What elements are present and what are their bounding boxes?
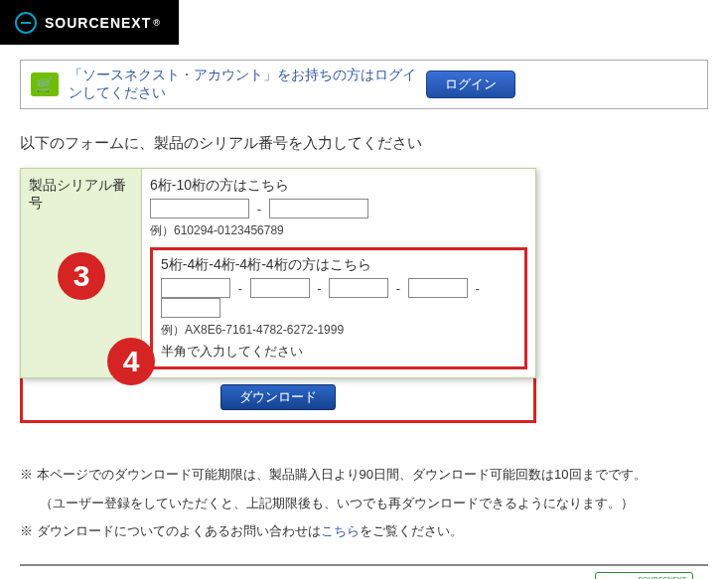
highlight-box-3: 5桁-4桁-4桁-4桁-4桁の方はこちら - - - - 例） <box>150 247 527 369</box>
section1-title: 6桁-10桁の方はこちら <box>150 177 527 195</box>
brand-name: SOURCENEXT <box>45 15 151 31</box>
serial-input-cell: 6桁-10桁の方はこちら - 例）610294-0123456789 5桁-4桁… <box>142 169 536 378</box>
privacy-badge[interactable]: 🔑 SOURCENEXT プライバシー・ ステートメント <box>595 572 693 579</box>
brand-logo: SOURCENEXT ® <box>15 12 161 34</box>
note-line-1b: （ユーザー登録をしていただくと、上記期限後も、いつでも再ダウンロードできるように… <box>20 492 708 516</box>
step-marker-3: 3 <box>58 252 105 300</box>
brand-suffix: ® <box>153 18 161 28</box>
serial-part-a[interactable] <box>150 199 249 218</box>
section1-example: 例）610294-0123456789 <box>150 222 527 239</box>
login-bar: 🛒 「ソースネクスト・アカウント」をお持ちの方はログインしてください ログイン <box>20 60 708 109</box>
serial2-part-5[interactable] <box>161 298 220 318</box>
note-line-2: ※ ダウンロードについてのよくあるお問い合わせはこちらをご覧ください。 <box>20 519 708 544</box>
serial2-part-3[interactable] <box>329 278 388 298</box>
logo-icon <box>15 12 37 34</box>
section2-example: 例）AX8E6-7161-4782-6272-1999 <box>161 322 516 339</box>
download-row: ダウンロード <box>20 378 536 423</box>
serial-5-4x4-row: - - - - <box>161 278 516 318</box>
serial2-part-4[interactable] <box>408 278 468 298</box>
serial-part-b[interactable] <box>269 199 368 218</box>
login-message: 「ソースネクスト・アカウント」をお持ちの方はログインしてください <box>69 67 426 102</box>
login-button[interactable]: ログイン <box>426 71 515 98</box>
section2-note: 半角で入力してください <box>161 343 516 361</box>
serial2-part-2[interactable] <box>250 278 310 298</box>
section2-title: 5桁-4桁-4桁-4桁-4桁の方はこちら <box>161 256 516 274</box>
separator: - <box>257 202 261 217</box>
header: SOURCENEXT ® <box>0 0 179 45</box>
serial2-part-1[interactable] <box>161 278 230 298</box>
faq-link[interactable]: こちら <box>321 523 360 538</box>
intro-text: 以下のフォームに、製品のシリアル番号を入力してください <box>20 134 708 153</box>
note-line-1a: ※ 本ページでのダウンロード可能期限は、製品購入日より90日間、ダウンロード可能… <box>20 463 708 488</box>
download-button[interactable]: ダウンロード <box>220 384 336 410</box>
serial-6-10-row: - <box>150 199 527 218</box>
footer: Copyright (C) SOURCENEXT CORPORATION All… <box>20 564 708 579</box>
notes: ※ 本ページでのダウンロード可能期限は、製品購入日より90日間、ダウンロード可能… <box>20 463 708 544</box>
cart-icon: 🛒 <box>31 72 59 96</box>
step-marker-4: 4 <box>107 338 155 385</box>
